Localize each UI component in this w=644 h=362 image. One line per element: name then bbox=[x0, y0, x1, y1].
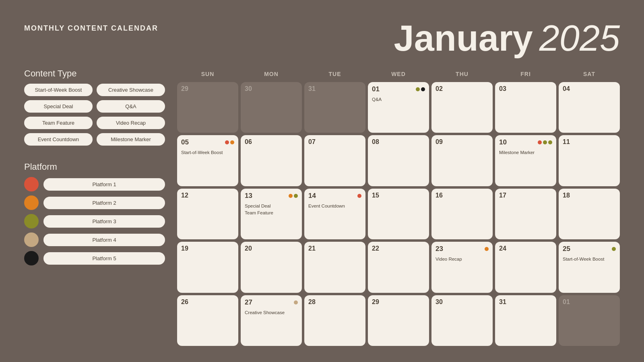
calendar-header: SUNMONTUEWEDTHUFRISAT bbox=[177, 68, 620, 80]
platform-label[interactable]: Platform 1 bbox=[43, 178, 165, 191]
cell-events: Event Countdown bbox=[308, 203, 361, 209]
calendar-cell[interactable]: 01 bbox=[559, 295, 620, 346]
cell-dots bbox=[357, 194, 361, 198]
calendar-cell[interactable]: 28 bbox=[304, 295, 365, 346]
cell-dots bbox=[289, 194, 298, 198]
calendar-cell[interactable]: 09 bbox=[431, 135, 493, 186]
content-type-badge[interactable]: Video Recap bbox=[97, 117, 165, 129]
cell-top: 07 bbox=[308, 138, 361, 146]
content-type-badge[interactable]: Milestone Marker bbox=[97, 133, 165, 146]
content-type-badge[interactable]: Team Feature bbox=[24, 117, 93, 129]
day-header: MON bbox=[241, 68, 302, 80]
platform-label[interactable]: Platform 2 bbox=[43, 197, 165, 209]
content-type-badge[interactable]: Special Deal bbox=[24, 100, 93, 113]
calendar-cell[interactable]: 18 bbox=[559, 189, 620, 239]
calendar-cell[interactable]: 17 bbox=[495, 189, 556, 239]
cell-dots bbox=[416, 87, 425, 91]
calendar-cell[interactable]: 14Event Countdown bbox=[304, 189, 365, 239]
cell-top: 31 bbox=[308, 85, 361, 93]
cell-top: 06 bbox=[245, 138, 298, 146]
calendar-cell[interactable]: 29 bbox=[368, 295, 429, 346]
day-header: SUN bbox=[177, 68, 238, 80]
cell-date: 01 bbox=[563, 298, 570, 306]
cell-date: 13 bbox=[245, 192, 252, 200]
sidebar: Content Type Start-of-Week BoostCreative… bbox=[24, 68, 165, 346]
cell-date: 26 bbox=[181, 298, 188, 306]
cell-event: Video Recap bbox=[436, 256, 489, 262]
calendar-cell[interactable]: 22 bbox=[368, 242, 429, 292]
cell-top: 18 bbox=[563, 192, 616, 199]
calendar-cell[interactable]: 16 bbox=[431, 189, 493, 239]
cell-top: 03 bbox=[499, 85, 552, 93]
calendar-cell[interactable]: 04 bbox=[559, 82, 620, 133]
page-title: MONTHLY CONTENT CALENDAR bbox=[24, 24, 158, 33]
calendar-cell[interactable]: 06 bbox=[241, 135, 302, 186]
calendar-cell[interactable]: 23Video Recap bbox=[431, 242, 493, 292]
cell-events: Special DealTeam Feature bbox=[245, 203, 298, 216]
calendar-cell[interactable]: 21 bbox=[304, 242, 365, 292]
platform-section: Platform Platform 1Platform 2Platform 3P… bbox=[24, 162, 165, 265]
platform-label[interactable]: Platform 5 bbox=[43, 252, 165, 265]
cell-events: Q&A bbox=[372, 97, 425, 103]
platform-indicator-dot bbox=[225, 140, 229, 144]
calendar-cell[interactable]: 29 bbox=[177, 82, 238, 133]
calendar-cell[interactable]: 07 bbox=[304, 135, 365, 186]
day-header: FRI bbox=[495, 68, 556, 80]
cell-date: 29 bbox=[372, 298, 379, 306]
content-type-badge[interactable]: Q&A bbox=[97, 100, 165, 113]
cell-top: 01 bbox=[563, 298, 616, 306]
calendar-cell[interactable]: 13Special DealTeam Feature bbox=[241, 189, 302, 239]
cell-date: 24 bbox=[499, 245, 506, 252]
platform-color-dot bbox=[24, 232, 39, 247]
content-type-grid: Start-of-Week BoostCreative ShowcaseSpec… bbox=[24, 84, 165, 146]
calendar-cell[interactable]: 11 bbox=[559, 135, 620, 186]
calendar-cell[interactable]: 31 bbox=[495, 295, 556, 346]
cell-dots bbox=[538, 140, 552, 144]
platform-indicator-dot bbox=[289, 194, 293, 198]
calendar-cell[interactable]: 24 bbox=[495, 242, 556, 292]
calendar-cell[interactable]: 30 bbox=[241, 82, 302, 133]
calendar-cell[interactable]: 30 bbox=[431, 295, 493, 346]
calendar-cell[interactable]: 26 bbox=[177, 295, 238, 346]
calendar-cell[interactable]: 31 bbox=[304, 82, 365, 133]
platform-indicator-dot bbox=[230, 140, 234, 144]
calendar-cell[interactable]: 08 bbox=[368, 135, 429, 186]
cell-top: 16 bbox=[436, 192, 489, 199]
calendar-cell[interactable]: 20 bbox=[241, 242, 302, 292]
cell-top: 26 bbox=[181, 298, 234, 306]
calendar-cell[interactable]: 05Start-of-Week Boost bbox=[177, 135, 238, 186]
platform-item: Platform 4 bbox=[24, 232, 165, 247]
cell-event: Start-of-Week Boost bbox=[181, 150, 234, 156]
platform-indicator-dot bbox=[294, 300, 298, 304]
cell-date: 29 bbox=[181, 85, 188, 93]
calendar-cell[interactable]: 19 bbox=[177, 242, 238, 292]
calendar-cell[interactable]: 10Milestone Marker bbox=[495, 135, 556, 186]
cell-date: 31 bbox=[499, 298, 506, 306]
platform-color-dot bbox=[24, 214, 39, 228]
cell-date: 18 bbox=[563, 192, 570, 199]
calendar-cell[interactable]: 15 bbox=[368, 189, 429, 239]
platform-label[interactable]: Platform 3 bbox=[43, 215, 165, 228]
cell-top: 25 bbox=[563, 245, 616, 253]
platform-indicator-dot bbox=[421, 87, 425, 91]
calendar-cell[interactable]: 01Q&A bbox=[368, 82, 429, 133]
calendar-cell[interactable]: 27Creative Showcase bbox=[241, 295, 302, 346]
cell-date: 30 bbox=[436, 298, 443, 306]
cell-top: 11 bbox=[563, 138, 616, 146]
platform-label[interactable]: Platform 4 bbox=[43, 234, 165, 246]
header: MONTHLY CONTENT CALENDAR January 2025 bbox=[24, 20, 620, 56]
content-type-badge[interactable]: Start-of-Week Boost bbox=[24, 84, 93, 96]
cell-top: 29 bbox=[372, 298, 425, 306]
content-type-badge[interactable]: Creative Showcase bbox=[97, 84, 165, 96]
calendar-cell[interactable]: 12 bbox=[177, 189, 238, 239]
calendar-cell[interactable]: 25Start-of-Week Boost bbox=[559, 242, 620, 292]
content-type-badge[interactable]: Event Countdown bbox=[24, 133, 93, 146]
platform-item: Platform 5 bbox=[24, 251, 165, 265]
calendar-cell[interactable]: 03 bbox=[495, 82, 556, 133]
cell-top: 29 bbox=[181, 85, 234, 93]
cell-top: 08 bbox=[372, 138, 425, 146]
cell-date: 07 bbox=[308, 138, 316, 146]
cell-events: Milestone Marker bbox=[499, 150, 552, 156]
platform-indicator-dot bbox=[416, 87, 420, 91]
calendar-cell[interactable]: 02 bbox=[431, 82, 493, 133]
